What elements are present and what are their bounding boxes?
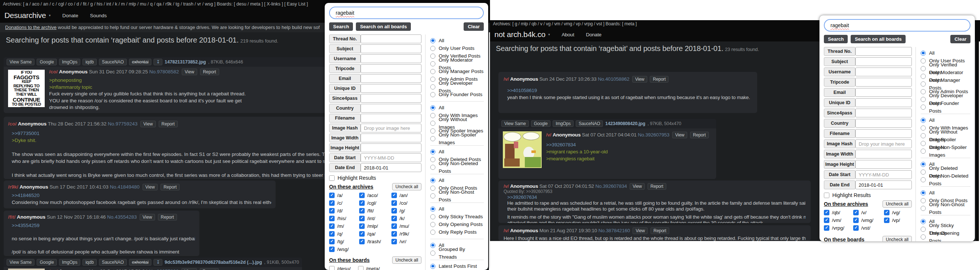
field-input[interactable]: [855, 57, 912, 66]
report-button[interactable]: Report: [200, 69, 219, 75]
uncheck-all-boards-button[interactable]: Uncheck all: [883, 236, 912, 241]
field-input[interactable]: [361, 114, 422, 123]
download-icon[interactable]: ↧: [154, 259, 162, 265]
filename-link[interactable]: 9dc53fb3e9d798370d6278abaf516e2d (...).j…: [165, 260, 262, 265]
archive-checkbox[interactable]: /co/: [391, 200, 421, 206]
archive-checkbox[interactable]: /k/: [391, 216, 421, 221]
quoted-by[interactable]: Quoted By: >>392607953: [504, 189, 805, 195]
report-button[interactable]: Report: [200, 268, 219, 270]
board-tag[interactable]: /fit/: [8, 214, 15, 220]
image-tool-button[interactable]: exhentai: [129, 59, 151, 65]
field-input[interactable]: [855, 88, 912, 97]
view-button[interactable]: View: [143, 184, 158, 190]
radio-option[interactable]: All: [430, 205, 484, 213]
radio-option[interactable]: All: [430, 104, 484, 112]
quote-link[interactable]: >>392607834: [546, 141, 713, 148]
board-tag[interactable]: /v/: [504, 184, 509, 189]
field-input[interactable]: [361, 84, 422, 93]
image-tool-button[interactable]: Google: [37, 59, 57, 65]
field-input[interactable]: [855, 109, 912, 117]
radio-option[interactable]: Only Sticky Threads: [430, 213, 484, 220]
image-tool-button[interactable]: SauceNAO: [99, 259, 127, 265]
image-tool-button[interactable]: SauceNAO: [576, 120, 603, 127]
quote-link[interactable]: >>43554259: [12, 222, 195, 229]
archive-checkbox[interactable]: /vp/: [884, 217, 912, 223]
radio-option[interactable]: Only Non-Ghost Posts: [430, 192, 484, 200]
radio-option[interactable]: Only Founder Posts: [921, 103, 970, 111]
radio-option[interactable]: Only User Posts: [430, 45, 484, 52]
field-input[interactable]: [361, 104, 422, 113]
field-input[interactable]: [361, 94, 422, 103]
report-button[interactable]: Report: [651, 227, 669, 234]
archive-checkbox[interactable]: /vrpg/: [824, 225, 853, 231]
image-tool-button[interactable]: Google: [37, 259, 57, 265]
report-button[interactable]: Report: [161, 184, 180, 190]
archive-checkbox[interactable]: /his/: [329, 216, 359, 221]
archive-checkbox[interactable]: /cgl/: [359, 200, 391, 206]
field-input[interactable]: [855, 150, 912, 158]
search-all-boards-button[interactable]: Search on all boards: [851, 35, 905, 43]
archive-checkbox[interactable]: /vr/: [391, 239, 421, 244]
radio-option[interactable]: Only Non-Deleted Posts: [921, 176, 970, 184]
archive-checkbox[interactable]: /qa/: [359, 231, 391, 236]
view-button[interactable]: View: [140, 214, 155, 220]
image-tool-button[interactable]: iqdb: [83, 59, 97, 65]
field-input[interactable]: [855, 160, 912, 169]
archive-checkbox[interactable]: /a/: [329, 193, 359, 198]
donation-link[interactable]: Donations to the archive: [5, 25, 56, 30]
filename-link[interactable]: 1478213173852.jpg: [165, 59, 206, 65]
uncheck-all-archives-button[interactable]: Uncheck all: [392, 183, 422, 190]
clear-button[interactable]: Clear: [464, 22, 484, 31]
view-button[interactable]: View: [630, 183, 645, 190]
site-brand[interactable]: Desuarchive: [5, 11, 46, 20]
radio-option[interactable]: Only Non-Spoiler Images: [430, 135, 484, 142]
field-input[interactable]: [361, 124, 422, 133]
report-button[interactable]: Report: [159, 121, 178, 127]
archive-checkbox[interactable]: /vm/: [824, 217, 853, 223]
post-number-link[interactable]: No.387842160: [598, 228, 630, 233]
radio-option[interactable]: Only Moderator Posts: [430, 60, 484, 67]
archive-checkbox[interactable]: /r9k/: [391, 231, 421, 236]
board-tag[interactable]: /v/: [546, 132, 551, 137]
view-button[interactable]: View: [632, 76, 647, 83]
radio-option[interactable]: Only Manager Posts: [430, 67, 484, 75]
highlight-checkbox[interactable]: [824, 193, 829, 198]
field-input[interactable]: [361, 64, 422, 73]
post-thumbnail[interactable]: [503, 131, 542, 168]
board-checkbox[interactable]: /desu/: [329, 266, 351, 270]
field-input[interactable]: [855, 170, 912, 179]
archive-checkbox[interactable]: /vmg/: [853, 217, 884, 223]
image-tool-button[interactable]: View Same: [501, 120, 529, 127]
report-button[interactable]: Report: [648, 183, 666, 190]
radio-option[interactable]: All: [921, 189, 970, 197]
post-thumbnail[interactable]: IF YOU FAGGOTS KEEP REPLYING TO THESE TH…: [8, 70, 45, 107]
radio-option[interactable]: Grouped By Threads: [430, 249, 484, 257]
search-button[interactable]: Search: [329, 22, 353, 31]
field-input[interactable]: [361, 35, 422, 43]
image-tool-button[interactable]: exhentai: [129, 259, 151, 265]
quote-link[interactable]: >>392607634: [507, 195, 805, 200]
radio-option[interactable]: Only Founder Posts: [430, 91, 484, 98]
board-tag[interactable]: /co/: [49, 69, 57, 75]
radio-option[interactable]: All: [430, 37, 484, 45]
quote-link[interactable]: >>401058619: [507, 87, 752, 94]
radio-option[interactable]: Only Manager Posts: [921, 80, 970, 88]
radio-option[interactable]: Only Reply Posts: [430, 228, 484, 236]
radio-option[interactable]: All: [921, 49, 970, 57]
image-tool-button[interactable]: Google: [531, 120, 551, 127]
scrollbar[interactable]: [976, 20, 979, 241]
archive-checkbox[interactable]: /mu/: [391, 224, 421, 229]
archive-checkbox[interactable]: /fit/: [359, 208, 391, 214]
image-tool-button[interactable]: View Same: [6, 259, 35, 265]
field-input[interactable]: [855, 181, 912, 189]
image-tool-button[interactable]: View Same: [6, 59, 35, 65]
view-button[interactable]: View: [182, 69, 197, 75]
board-tag[interactable]: /v/: [504, 76, 509, 82]
post-number-link[interactable]: No.43554283: [107, 214, 137, 220]
board-tag[interactable]: /r9k/: [8, 184, 18, 190]
radio-option[interactable]: Only Opening Posts: [921, 233, 970, 241]
field-input[interactable]: [855, 98, 912, 107]
nav-sounds[interactable]: Sounds: [90, 13, 107, 18]
filename-link[interactable]: 1423490808420.jpg: [605, 121, 645, 126]
view-button[interactable]: View: [633, 227, 648, 234]
